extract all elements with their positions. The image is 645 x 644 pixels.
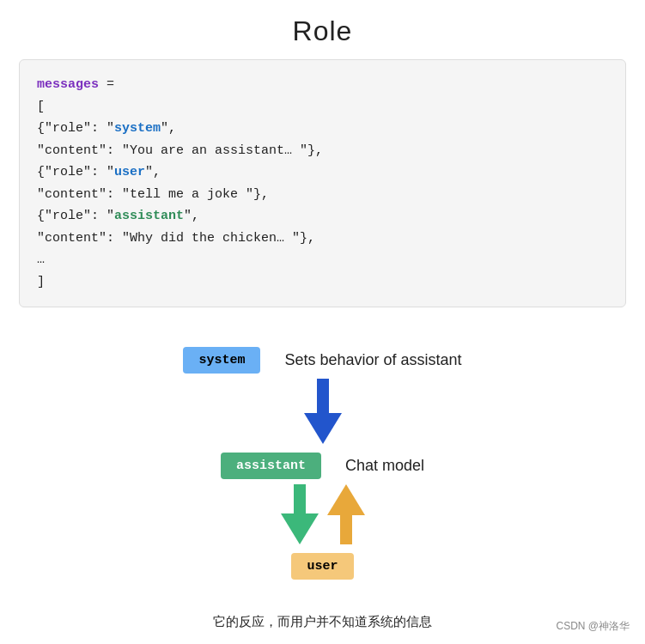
code-line-9: …	[37, 249, 608, 271]
bottom-info: 它的反应，而用户并不知道系统的信息	[0, 614, 645, 630]
code-line-5: {"role": "user",	[37, 161, 608, 184]
page-title: Role	[0, 0, 645, 59]
code-keyword-messages: messages	[37, 77, 99, 92]
arrow-blue-down	[304, 379, 342, 444]
role-system-value: system	[114, 121, 161, 136]
code-line-6: "content": "tell me a joke "},	[37, 184, 608, 206]
code-line-8: "content": "Why did the chicken… "},	[37, 228, 608, 250]
system-description: Sets behavior of assistant	[284, 351, 461, 369]
role-assistant-value: assistant	[114, 209, 184, 223]
code-line-2: [	[37, 96, 608, 118]
code-line-4: "content": "You are an assistant… "},	[37, 140, 608, 162]
role-user-value: user	[114, 165, 145, 179]
double-arrow-row	[281, 484, 365, 544]
system-box: system	[183, 347, 260, 374]
arrow-green-down	[281, 484, 319, 544]
assistant-row: assistant Chat model	[0, 453, 645, 479]
code-block: messages = [ {"role": "system", "content…	[19, 59, 626, 307]
code-line-3: {"role": "system",	[37, 118, 608, 140]
watermark: CSDN @神洛华	[556, 619, 630, 634]
diagram: system Sets behavior of assistant assist…	[0, 331, 645, 580]
user-box: user	[291, 553, 353, 580]
code-line-1: messages =	[37, 74, 608, 96]
user-row: user	[0, 553, 645, 580]
arrow-orange-up	[327, 484, 365, 544]
system-row: system Sets behavior of assistant	[0, 347, 645, 374]
bottom-text: 它的反应，而用户并不知道系统的信息	[213, 614, 432, 630]
assistant-box: assistant	[221, 453, 321, 479]
code-line-10: ]	[37, 271, 608, 294]
assistant-description: Chat model	[345, 457, 424, 475]
code-line-7: {"role": "assistant",	[37, 205, 608, 228]
